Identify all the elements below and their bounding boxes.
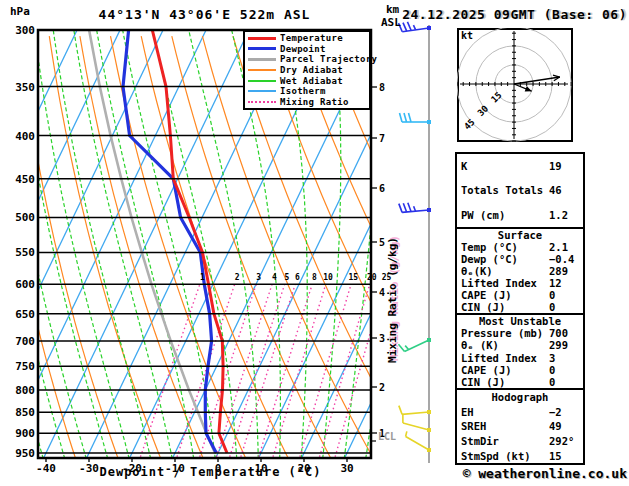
indices-row-label: θₑ(K) xyxy=(457,265,549,277)
km-tick-label: 4 xyxy=(379,287,385,298)
mixing-ratio-line xyxy=(140,284,199,456)
hodograph-unit-label: kt xyxy=(461,30,473,41)
indices-row-label: Pressure (mb) xyxy=(457,327,549,339)
indices-section: SurfaceTemp (°C)2.1Dewp (°C)−0.4θₑ(K)289… xyxy=(457,227,583,313)
legend-line-sample xyxy=(248,101,276,103)
dry-adiabat-line xyxy=(600,36,629,459)
indices-section: HodographEH−2SREH49StmDir292°StmSpd (kt)… xyxy=(457,388,583,463)
legend-item: Mixing Ratio xyxy=(245,97,369,107)
indices-row-value: 0 xyxy=(549,289,583,301)
pressure-tick-label: 850 xyxy=(15,406,35,419)
indices-row-value: 46 xyxy=(549,184,583,196)
indices-row-label: EH xyxy=(457,406,549,418)
wind-barb xyxy=(403,414,431,432)
legend-label: Isotherm xyxy=(280,86,326,96)
datetime-title: 24.12.2025 09GMT (Base: 06) xyxy=(402,7,627,22)
indices-row: Lifted Index3 xyxy=(457,352,583,364)
altitude-axis-unit-sub: ASL xyxy=(381,16,401,29)
mixing-ratio-value: 3 xyxy=(256,273,261,282)
wind-barb xyxy=(406,431,431,452)
indices-section: K19Totals Totals46PW (cm)1.2 xyxy=(457,154,583,227)
legend-label: Wet Adiabat xyxy=(280,76,343,86)
legend-item: Dewpoint xyxy=(245,44,369,54)
indices-row: CAPE (J)0 xyxy=(457,289,583,301)
indices-row-label: Temp (°C) xyxy=(457,241,549,253)
legend-line-sample xyxy=(248,69,276,71)
wet-adiabat-line xyxy=(122,24,216,459)
temperature-axis-label: Dewpoint / Temperature (°C) xyxy=(38,465,383,479)
indices-section-title: Hodograph xyxy=(457,390,583,405)
indices-row: K19 xyxy=(457,154,583,178)
km-tick-label: 5 xyxy=(379,237,385,248)
indices-row-label: Lifted Index xyxy=(457,277,549,289)
indices-table: K19Totals Totals46PW (cm)1.2SurfaceTemp … xyxy=(455,152,585,465)
pressure-tick-label: 950 xyxy=(15,447,35,460)
legend-item: Temperature xyxy=(245,33,369,43)
indices-row-value: 0 xyxy=(549,301,583,313)
indices-section-title: Most Unstable xyxy=(457,315,583,327)
legend-line-sample xyxy=(248,37,276,40)
indices-row-value: 289 xyxy=(549,265,583,277)
indices-section-title: Surface xyxy=(457,229,583,241)
wet-adiabat-line xyxy=(34,24,130,459)
mixing-ratio-line xyxy=(335,284,384,456)
pressure-tick-label: 900 xyxy=(15,427,35,440)
indices-row: Dewp (°C)−0.4 xyxy=(457,253,583,265)
indices-row: Pressure (mb)700 xyxy=(457,327,583,339)
indices-row-value: 3 xyxy=(549,352,583,364)
legend-item: Wet Adiabat xyxy=(245,76,369,86)
indices-row: θₑ (K)299 xyxy=(457,339,583,351)
hodograph: 153045 xyxy=(457,28,573,142)
mixing-ratio-line xyxy=(259,284,313,456)
indices-row-label: Dewp (°C) xyxy=(457,253,549,265)
km-tick-label: 8 xyxy=(379,82,385,93)
indices-row-label: SREH xyxy=(457,420,549,432)
indices-row-label: CAPE (J) xyxy=(457,364,549,376)
indices-row-value: −2 xyxy=(549,406,583,418)
skewt-sounding-app: 1234568101520253003504004505005506006507… xyxy=(0,0,629,486)
indices-row: SREH49 xyxy=(457,419,583,434)
legend-label: Dry Adiabat xyxy=(280,65,343,75)
indices-row-value: 0 xyxy=(549,376,583,388)
legend-item: Dry Adiabat xyxy=(245,65,369,75)
indices-row-value: 700 xyxy=(549,327,583,339)
wind-barb xyxy=(399,203,431,213)
indices-row: StmSpd (kt)15 xyxy=(457,448,583,463)
indices-row-label: StmSpd (kt) xyxy=(457,450,549,462)
wind-barb xyxy=(400,113,432,124)
pressure-tick-label: 650 xyxy=(15,308,35,321)
indices-row-value: 1.2 xyxy=(549,209,583,221)
pressure-tick-label: 700 xyxy=(15,335,35,348)
pressure-tick-label: 750 xyxy=(15,360,35,373)
legend-line-sample xyxy=(248,47,276,50)
indices-row-value: 0 xyxy=(549,364,583,376)
legend-label: Mixing Ratio xyxy=(280,97,349,107)
km-tick-label: 3 xyxy=(379,333,385,344)
indices-row: CIN (J)0 xyxy=(457,376,583,388)
mixing-ratio-axis-label: Mixing Ratio (g/kg) xyxy=(386,237,399,363)
indices-row-value: 49 xyxy=(549,420,583,432)
pressure-tick-label: 450 xyxy=(15,173,35,186)
indices-row-value: 12 xyxy=(549,277,583,289)
indices-row-label: K xyxy=(457,160,549,172)
indices-row-label: Totals Totals xyxy=(457,184,549,196)
pressure-tick-label: 550 xyxy=(15,246,35,259)
indices-row-label: StmDir xyxy=(457,435,549,447)
mixing-ratio-value: 15 xyxy=(349,273,359,282)
mixing-ratio-value: 2 xyxy=(235,273,240,282)
mixing-ratio-value: 4 xyxy=(272,273,277,282)
legend-line-sample xyxy=(248,90,276,92)
km-tick-label: 2 xyxy=(379,382,385,393)
legend-label: Temperature xyxy=(280,33,343,43)
indices-row-label: Lifted Index xyxy=(457,352,549,364)
legend-item: Isotherm xyxy=(245,86,369,96)
pressure-axis-unit: hPa xyxy=(10,5,30,18)
indices-row: PW (cm)1.2 xyxy=(457,203,583,227)
pressure-tick-label: 600 xyxy=(15,278,35,291)
indices-row: CAPE (J)0 xyxy=(457,364,583,376)
legend-line-sample xyxy=(248,80,276,82)
pressure-tick-label: 800 xyxy=(15,384,35,397)
wind-barb xyxy=(398,338,431,351)
indices-row-value: 292° xyxy=(549,435,583,447)
indices-row: Lifted Index12 xyxy=(457,277,583,289)
